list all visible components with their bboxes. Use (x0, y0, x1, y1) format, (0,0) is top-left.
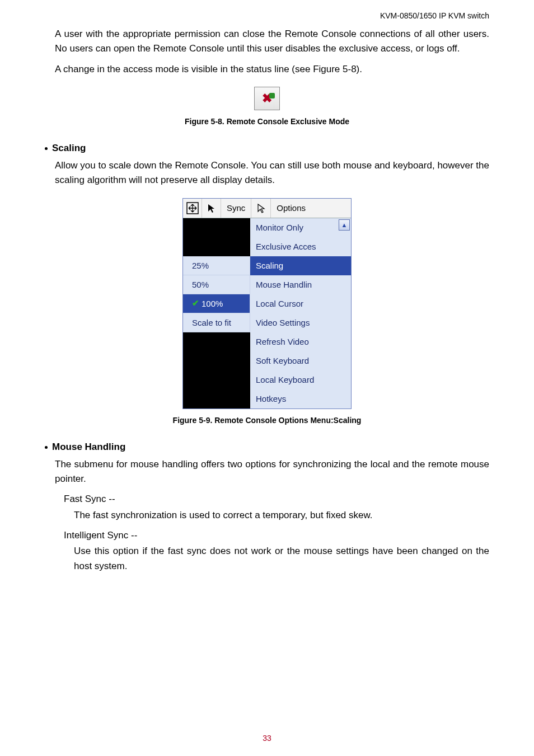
paragraph-access-mode-change: A change in the access mode is visible i… (45, 62, 489, 77)
sync-button[interactable]: Sync (221, 199, 251, 218)
figure-5-9-caption: Figure 5-9. Remote Console Options Menu:… (45, 416, 489, 425)
cursor-arrow-icon[interactable] (202, 199, 221, 218)
bullet-icon (45, 446, 48, 449)
scaling-submenu: 25% 50% ✔100% Scale to fit (183, 218, 250, 408)
scaling-heading: Scaling (52, 143, 86, 154)
move-icon[interactable] (183, 199, 202, 218)
options-menu-screenshot: Sync Options 25% 50% ✔100% Scale to fit (182, 198, 352, 409)
opt-mouse-handling[interactable]: Mouse Handlin (250, 275, 351, 294)
opt-exclusive-access[interactable]: Exclusive Acces (250, 237, 351, 256)
paragraph-exclusive-access: A user with the appropriate permission c… (45, 27, 489, 57)
options-dropdown: Monitor Only Exclusive Acces Scaling Mou… (250, 218, 351, 408)
fast-sync-text: The fast synchronization is used to corr… (45, 508, 489, 523)
scale-50[interactable]: 50% (183, 275, 250, 294)
mouse-handling-heading: Mouse Handling (52, 442, 125, 453)
opt-local-keyboard[interactable]: Local Keyboard (250, 370, 351, 389)
bullet-icon (45, 147, 48, 150)
intelligent-sync-text: Use this option if the fast sync does no… (45, 544, 489, 574)
opt-soft-keyboard[interactable]: Soft Keyboard (250, 351, 351, 370)
options-button[interactable]: Options (271, 199, 311, 218)
x-icon: ✖ (262, 91, 272, 106)
paragraph-scaling: Allow you to scale down the Remote Conso… (45, 158, 489, 188)
remote-console-toolbar: Sync Options (183, 199, 351, 218)
fast-sync-label: Fast Sync -- (45, 492, 489, 506)
page-header: KVM-0850/1650 IP KVM switch (45, 11, 489, 20)
opt-video-settings[interactable]: Video Settings (250, 313, 351, 332)
opt-hotkeys[interactable]: Hotkeys (250, 389, 351, 408)
scroll-up-icon[interactable]: ▲ (339, 219, 350, 231)
opt-monitor-only[interactable]: Monitor Only (250, 218, 351, 237)
opt-local-cursor[interactable]: Local Cursor (250, 294, 351, 313)
opt-scaling[interactable]: Scaling (250, 256, 351, 275)
intelligent-sync-label: Intelligent Sync -- (45, 528, 489, 543)
scale-100[interactable]: ✔100% (183, 294, 250, 313)
paragraph-mouse-handling: The submenu for mouse handling offers tw… (45, 457, 489, 487)
opt-refresh-video[interactable]: Refresh Video (250, 332, 351, 351)
scale-100-label: 100% (202, 299, 223, 308)
scale-to-fit[interactable]: Scale to fit (183, 313, 250, 332)
page-number: 33 (0, 734, 534, 743)
exclusive-mode-icon: ✖ (254, 87, 280, 110)
check-icon: ✔ (192, 298, 199, 308)
scale-25[interactable]: 25% (183, 256, 250, 275)
cursor-outline-icon[interactable] (251, 199, 271, 218)
figure-5-8-caption: Figure 5-8. Remote Console Exclusive Mod… (45, 117, 489, 126)
